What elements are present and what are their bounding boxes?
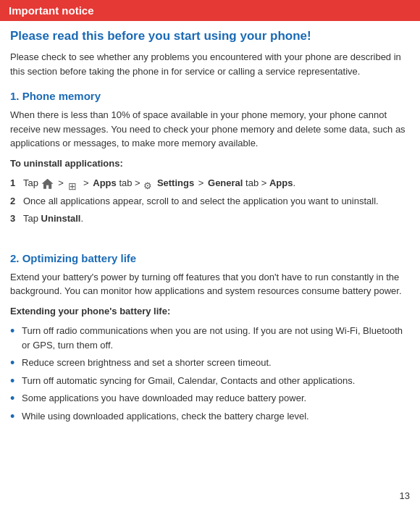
steps-list: 1 Tap > > Apps tab > ⚙ Settings > Genera… [10,176,410,226]
main-heading: Please read this before you start using … [10,28,410,44]
general-text: General [208,177,243,188]
bullet-4: • Some applications you have downloaded … [10,391,410,406]
settings-icon: ⚙ [143,179,154,189]
gt1: > [58,177,64,188]
bullet-dot-2: • [10,356,22,369]
bullet-1-text: Turn off radio communications when you a… [22,324,410,352]
section1-body: When there is less than 10% of space ava… [10,108,410,151]
step-3-num: 3 [10,211,23,226]
bullet-3-text: Turn off automatic syncing for Gmail, Ca… [22,374,355,388]
bullet-3: • Turn off automatic syncing for Gmail, … [10,374,410,388]
step-3-text: Tap Uninstall. [23,211,410,226]
settings-text: Settings [157,177,194,188]
grid-icon [68,179,78,189]
section1-heading: 1. Phone memory [10,90,410,102]
bullet-dot-4: • [10,391,22,405]
step-1: 1 Tap > > Apps tab > ⚙ Settings > Genera… [10,176,410,190]
bullet-dot-3: • [10,374,22,387]
bullet-1: • Turn off radio communications when you… [10,324,410,352]
content-area: Please read this before you start using … [0,28,420,456]
step-1-num: 1 [10,176,23,190]
battery-tips-list: • Turn off radio communications when you… [10,324,410,423]
home-icon [42,179,54,189]
step-2-text: Once all applications appear, scroll to … [23,194,410,209]
gt2: > [83,177,89,188]
apps-text: Apps [269,177,293,188]
step-2-num: 2 [10,194,23,209]
intro-text: Please check to see whether any problems… [10,50,410,78]
extending-label: Extending your phone's battery life: [10,304,410,319]
gt3: > [198,177,204,188]
bullet-dot-1: • [10,324,22,338]
bullet-2: • Reduce screen brightness and set a sho… [10,356,410,370]
page-number: 13 [400,490,410,501]
uninstall-label: To uninstall applications: [10,156,410,171]
step-2: 2 Once all applications appear, scroll t… [10,194,410,209]
section2-heading: 2. Optimizing battery life [10,252,410,264]
uninstall-bold: Uninstall [41,213,81,224]
bullet-4-text: Some applications you have downloaded ma… [22,391,306,406]
step-3: 3 Tap Uninstall. [10,211,410,226]
step-1-text: Tap > > Apps tab > ⚙ Settings > General … [23,176,410,190]
bullet-dot-5: • [10,409,22,423]
apps-tab-text: Apps [93,177,117,188]
section2-body: Extend your battery's power by turning o… [10,270,410,298]
bullet-2-text: Reduce screen brightness and set a short… [22,356,272,370]
bullet-5: • While using downloaded applications, c… [10,409,410,424]
important-notice-header: Important notice [0,0,420,21]
bullet-5-text: While using downloaded applications, che… [22,409,309,424]
